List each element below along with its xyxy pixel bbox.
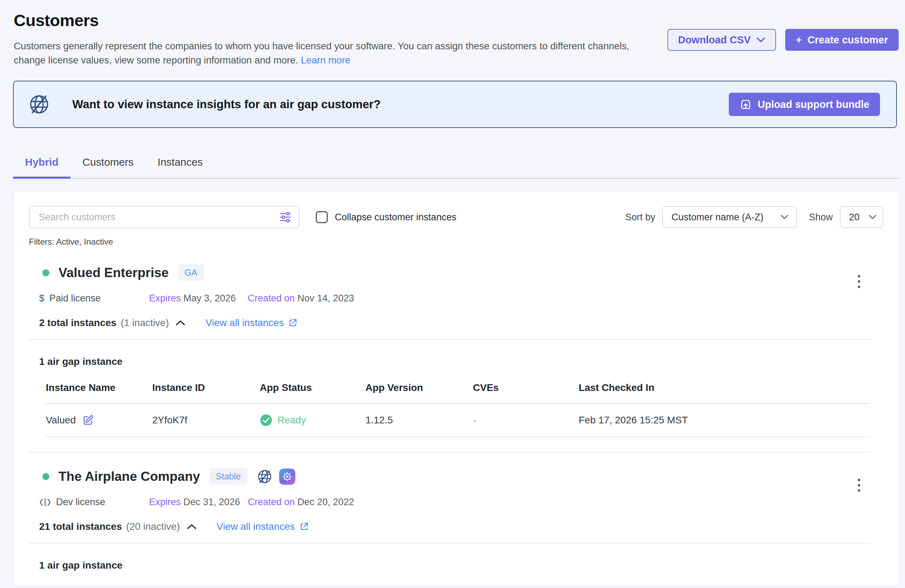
customer-menu-button[interactable] [855,272,863,291]
instance-name: Valued [46,415,76,426]
tab-customers[interactable]: Customers [70,151,146,178]
tab-bar: Hybrid Customers Instances [13,151,900,179]
globe-slash-icon [28,93,51,116]
upload-support-bundle-button[interactable]: Upload support bundle [729,93,880,116]
install-type-icons [257,469,295,485]
edit-icon[interactable] [82,414,94,426]
license-type-label: Paid license [49,293,101,304]
code-brackets-icon [39,498,51,507]
active-status-dot [42,473,49,480]
app-status: Ready [277,415,306,426]
instance-name-cell: Valued [46,414,152,426]
customer-card-airplane-company: The Airplane Company Stable [29,468,883,586]
sort-by-select[interactable]: Customer name (A-Z) [662,206,797,228]
chevron-down-icon [869,215,876,219]
created-on-value: Nov 14, 2023 [297,293,354,304]
section-divider [29,339,870,340]
customer-meta-row: Dev license Expires Dec 31, 2026 Created… [29,497,883,508]
license-expiry: Expires May 3, 2026 [149,293,248,304]
create-customer-label: Create customer [807,34,888,46]
customer-menu-button[interactable] [855,476,863,494]
search-wrap [29,206,300,229]
collapse-toggle-chevron-up-icon[interactable] [186,523,197,530]
total-instances-text: 2 total instances [39,317,116,329]
sort-area: Sort by Customer name (A-Z) Show 20 [625,206,883,228]
page-header-text: Customers Customers generally represent … [14,11,648,67]
license-expiry: Expires Dec 31, 2026 [149,497,248,508]
instances-summary-row: 2 total instances (1 inactive) View all … [29,317,883,329]
instances-table: Instance Name Instance ID App Status App… [46,382,870,437]
customer-name[interactable]: Valued Enterprise [59,265,169,280]
collapse-instances-control[interactable]: Collapse customer instances [316,211,456,223]
license-created: Created on Dec 20, 2022 [248,497,354,508]
app-status-cell: Ready [260,414,365,426]
active-filters-text: Filters: Active, Inactive [29,237,883,247]
instance-row: Valued 2YfoK7f Ready [46,404,870,437]
plus-icon: + [796,34,802,46]
license-type-label: Dev license [56,497,105,508]
show-select[interactable]: 20 [840,206,883,228]
instances-table-header: Instance Name Instance ID App Status App… [46,382,870,404]
globe-slash-icon [257,469,273,485]
channel-badge: GA [178,264,204,281]
customer-card-valued-enterprise: Valued Enterprise GA $ Paid license Expi… [29,264,883,453]
expires-label: Expires [149,293,181,304]
customer-divider [29,452,870,453]
last-checked-in: Feb 17, 2026 15:25 MST [579,415,870,426]
airgap-instance-heading: 1 air gap instance [29,560,883,571]
col-app-version: App Version [365,382,473,393]
header-actions: Download CSV + Create customer [667,29,899,67]
expires-label: Expires [149,497,181,507]
collapse-instances-label: Collapse customer instances [335,212,456,223]
collapse-toggle-chevron-up-icon[interactable] [175,320,186,326]
upload-icon [739,98,752,111]
dollar-icon: $ [39,293,44,304]
airgap-banner: Want to view instance insights for an ai… [13,81,897,128]
view-all-instances-label: View all instances [205,317,284,329]
customers-page: Customers Customers generally represent … [0,0,905,588]
kubernetes-helm-icon [279,469,295,485]
col-last-checked-in: Last Checked In [579,382,870,393]
show-value: 20 [849,212,859,223]
download-csv-button[interactable]: Download CSV [667,29,776,51]
chevron-down-icon [756,37,765,43]
inactive-instances-text: (20 inactive) [126,521,180,532]
customer-header: The Airplane Company Stable [29,468,883,485]
col-cves: CVEs [473,382,579,393]
license-created: Created on Nov 14, 2023 [248,293,354,304]
license-type: Dev license [39,497,149,508]
inactive-instances-text: (1 inactive) [121,317,169,329]
expires-value: Dec 31, 2026 [184,497,240,507]
learn-more-link[interactable]: Learn more [301,55,351,65]
created-on-label: Created on [248,293,295,304]
view-all-instances-label: View all instances [217,521,295,532]
create-customer-button[interactable]: + Create customer [785,29,899,51]
view-all-instances-link[interactable]: View all instances [217,521,309,532]
external-link-icon [288,318,298,328]
col-instance-name: Instance Name [46,382,152,393]
page-title: Customers [14,11,648,30]
col-instance-id: Instance ID [152,382,260,393]
tab-instances[interactable]: Instances [146,151,214,178]
customer-name[interactable]: The Airplane Company [59,469,200,484]
download-csv-label: Download CSV [678,34,751,46]
section-divider [29,543,870,544]
tab-hybrid[interactable]: Hybrid [13,151,70,179]
expires-value: May 3, 2026 [184,293,236,304]
chevron-down-icon [781,215,788,219]
active-status-dot [42,269,49,277]
search-input[interactable] [29,206,300,229]
sort-by-label: Sort by [625,212,656,223]
total-instances-text: 21 total instances [39,521,122,532]
page-description: Customers generally represent the compan… [14,39,648,67]
airgap-instance-heading: 1 air gap instance [29,356,883,367]
toolbar: Collapse customer instances Sort by Cust… [29,206,883,229]
created-on-value: Dec 20, 2022 [297,497,354,507]
collapse-instances-checkbox[interactable] [316,211,328,223]
filter-sliders-icon[interactable] [279,211,292,223]
external-link-icon [299,522,309,532]
banner-message: Want to view instance insights for an ai… [72,98,381,111]
view-all-instances-link[interactable]: View all instances [205,317,298,329]
license-type: $ Paid license [39,293,149,304]
created-on-label: Created on [248,497,295,507]
